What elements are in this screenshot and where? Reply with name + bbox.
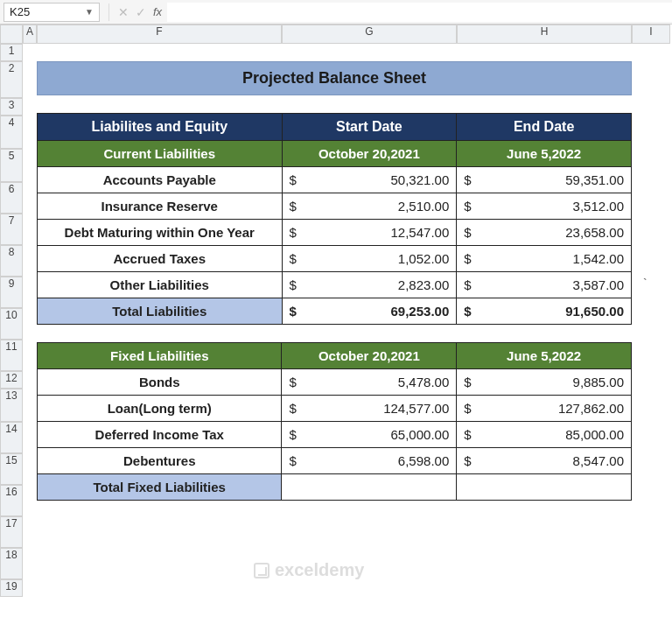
table-row: Insurance Reserve $2,510.00 $3,512.00	[38, 193, 632, 220]
total-fixed-liabilities-label[interactable]: Total Fixed Liabilities	[38, 474, 282, 501]
row-label[interactable]: Debt Maturing within One Year	[38, 220, 283, 246]
table-row: Total Fixed Liabilities	[38, 474, 632, 501]
select-all-corner[interactable]	[0, 25, 23, 44]
row-header[interactable]: 17	[0, 516, 23, 548]
row-header[interactable]: 7	[0, 214, 23, 245]
table-row: Loan(Long term) $124,577.00 $127,862.00	[38, 396, 632, 422]
row-header[interactable]: 10	[0, 308, 23, 340]
cell-value[interactable]: $5,478.00	[282, 369, 457, 396]
row-header[interactable]: 6	[0, 182, 23, 214]
row-label[interactable]: Loan(Long term)	[38, 396, 282, 422]
watermark: exceldemy	[254, 560, 364, 580]
row-label[interactable]: Deferred Income Tax	[38, 422, 282, 448]
cell-value[interactable]: $8,547.00	[457, 448, 632, 474]
subheader-end[interactable]: June 5,2022	[457, 141, 632, 167]
cell-value[interactable]: $12,547.00	[282, 220, 457, 246]
subheader-current-liabilities[interactable]: Current Liabilities	[38, 141, 283, 167]
table-row: Debt Maturing within One Year $12,547.00…	[38, 220, 632, 246]
table-row: Deferred Income Tax $65,000.00 $85,000.0…	[38, 422, 632, 448]
total-liabilities-end[interactable]: $91,650.00	[457, 298, 632, 325]
logo-icon	[254, 563, 270, 578]
cell-value[interactable]: $2,510.00	[282, 193, 457, 220]
cell-value[interactable]: $3,512.00	[457, 193, 632, 220]
table-row: Other Liabilities $2,823.00 $3,587.00	[38, 272, 632, 298]
subheader-fixed-liabilities[interactable]: Fixed Liabilities	[38, 343, 282, 369]
row-header[interactable]: 4	[0, 116, 23, 149]
table-row: Liabilites and Equity Start Date End Dat…	[38, 114, 632, 141]
total-fixed-liabilities-end[interactable]	[457, 474, 632, 501]
total-fixed-liabilities-start[interactable]	[282, 474, 457, 501]
cell-value[interactable]: $9,885.00	[457, 369, 632, 396]
row-header[interactable]: 13	[0, 389, 23, 422]
total-liabilities-start[interactable]: $69,253.00	[282, 298, 457, 325]
subheader-start[interactable]: October 20,2021	[282, 141, 457, 167]
row-label[interactable]: Debentures	[38, 448, 282, 474]
cell-value[interactable]: $59,351.00	[457, 167, 632, 193]
cell-value[interactable]: $50,321.00	[282, 167, 457, 193]
chevron-down-icon[interactable]: ▼	[85, 7, 94, 17]
subheader-start[interactable]: October 20,2021	[282, 343, 457, 369]
column-header-a[interactable]: A	[23, 25, 37, 44]
name-box-value: K25	[10, 5, 30, 18]
row-header[interactable]: 18	[0, 548, 23, 579]
row-label[interactable]: Other Liabilities	[38, 272, 283, 298]
row-header[interactable]: 3	[0, 98, 23, 116]
row-label[interactable]: Accrued Taxes	[38, 246, 283, 272]
row-header[interactable]: 1	[0, 44, 23, 61]
cell-value[interactable]: $65,000.00	[282, 422, 457, 448]
table-row: Accrued Taxes $1,052.00 $1,542.00	[38, 246, 632, 272]
total-liabilities-label[interactable]: Total Liabilities	[38, 298, 283, 325]
cell-value[interactable]: $127,862.00	[457, 396, 632, 422]
row-header[interactable]: 19	[0, 579, 23, 597]
table-row: Accounts Payable $50,321.00 $59,351.00	[38, 167, 632, 193]
table-row: Total Liabilities $69,253.00 $91,650.00	[38, 298, 632, 325]
row-label[interactable]: Insurance Reserve	[38, 193, 283, 220]
watermark-text: exceldemy	[275, 560, 364, 580]
enter-icon[interactable]: ✓	[132, 5, 150, 19]
cell-value[interactable]: $2,823.00	[282, 272, 457, 298]
name-box[interactable]: K25 ▼	[4, 3, 100, 22]
row-header[interactable]: 9	[0, 277, 23, 308]
row-header[interactable]: 15	[0, 453, 23, 485]
header-start-date[interactable]: Start Date	[282, 114, 457, 141]
table-row: Debentures $6,598.00 $8,547.00	[38, 448, 632, 474]
row-header[interactable]: 16	[0, 485, 23, 516]
row-header[interactable]: 14	[0, 422, 23, 453]
cell-value[interactable]: $6,598.00	[282, 448, 457, 474]
cell-value[interactable]: $124,577.00	[282, 396, 457, 422]
page-title: Projected Balance Sheet	[37, 61, 632, 95]
cell-value[interactable]: $1,542.00	[457, 246, 632, 272]
cancel-icon[interactable]: ✕	[115, 5, 132, 19]
row-header[interactable]: 2	[0, 61, 23, 98]
cell-value[interactable]: $3,587.00	[457, 272, 632, 298]
separator	[108, 4, 109, 21]
sheet-content[interactable]: Projected Balance Sheet Liabilites and E…	[37, 44, 632, 501]
formula-bar: K25 ▼ ✕ ✓ fx	[0, 0, 672, 25]
column-header-g[interactable]: G	[282, 25, 457, 44]
column-header-i[interactable]: I	[632, 25, 670, 44]
header-liabilities-equity[interactable]: Liabilites and Equity	[38, 114, 283, 141]
table-row: Bonds $5,478.00 $9,885.00	[38, 369, 632, 396]
current-liabilities-table: Liabilites and Equity Start Date End Dat…	[37, 113, 632, 325]
header-end-date[interactable]: End Date	[457, 114, 632, 141]
subheader-end[interactable]: June 5,2022	[457, 343, 632, 369]
cell-value[interactable]: $1,052.00	[282, 246, 457, 272]
stray-text: `	[643, 277, 648, 291]
row-label[interactable]: Accounts Payable	[38, 167, 283, 193]
formula-input[interactable]	[167, 3, 672, 22]
row-header[interactable]: 12	[0, 371, 23, 389]
row-header[interactable]: 5	[0, 149, 23, 182]
row-label[interactable]: Bonds	[38, 369, 282, 396]
column-header-f[interactable]: F	[37, 25, 282, 44]
table-row: Fixed Liabilities October 20,2021 June 5…	[38, 343, 632, 369]
row-header[interactable]: 8	[0, 245, 23, 277]
cell-value[interactable]: $23,658.00	[457, 220, 632, 246]
cell-value[interactable]: $85,000.00	[457, 422, 632, 448]
fx-label[interactable]: fx	[153, 5, 162, 18]
row-header[interactable]: 11	[0, 340, 23, 371]
table-row: Current Liabilities October 20,2021 June…	[38, 141, 632, 167]
fixed-liabilities-table: Fixed Liabilities October 20,2021 June 5…	[37, 342, 632, 501]
column-header-h[interactable]: H	[457, 25, 632, 44]
spreadsheet-grid: A F G H I 1 2 3 4 5 6 7 8 9 10 11 12 13 …	[0, 25, 672, 631]
